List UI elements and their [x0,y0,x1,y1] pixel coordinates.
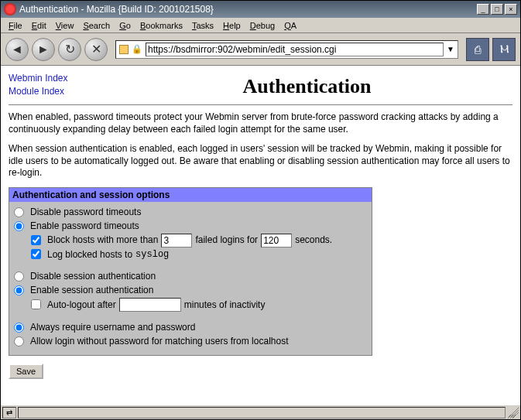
label-enable-session-auth: Enable session authentication [30,284,153,297]
link-module-index[interactable]: Module Index [9,85,101,98]
checkbox-auto-logout[interactable] [31,299,41,309]
lock-icon: 🔒 [132,44,142,54]
options-box: Authentication and session options Disab… [9,187,372,356]
radio-enable-password-timeouts[interactable] [14,221,24,231]
label-always-require: Always require username and password [30,321,195,334]
print-button[interactable]: ⎙ [466,38,489,61]
bookmark-icon[interactable] [119,45,129,54]
label-disable-password-timeouts: Disable password timeouts [30,206,141,219]
menu-go[interactable]: Go [115,19,135,32]
menu-tasks[interactable]: Tasks [187,19,218,32]
label-disable-session-auth: Disable session authentication [30,270,156,283]
status-text [18,407,506,418]
url-input[interactable] [146,43,444,56]
intro-paragraph-1: When enabled, password timeouts protect … [9,111,512,135]
radio-enable-session-auth[interactable] [14,285,24,295]
resize-grip[interactable] [507,407,519,418]
intro-paragraph-2: When session authentication is enabled, … [9,143,512,179]
back-button[interactable]: ◄ [5,38,29,61]
back-arrow-icon: ◄ [11,43,23,56]
menu-bar: File Edit View Search Go Bookmarks Tasks… [1,18,520,33]
reload-button[interactable]: ↻ [58,38,81,61]
input-auto-logout-minutes[interactable] [119,298,181,312]
maximize-button[interactable]: □ [491,4,503,15]
input-block-seconds[interactable] [261,234,292,248]
menu-edit[interactable]: Edit [27,19,51,32]
toolbar: ◄ ► ↻ ✕ 🔒 ▼ ⎙ Ⲙ [1,33,520,66]
page-content: Webmin Index Module Index Authentication… [1,66,520,405]
stop-button[interactable]: ✕ [84,38,108,61]
status-offline-icon[interactable]: ⇄ [2,407,16,418]
radio-always-require[interactable] [14,323,24,333]
print-icon: ⎙ [475,43,481,56]
menu-bookmarks[interactable]: Bookmarks [135,19,187,32]
status-bar: ⇄ [1,405,520,419]
close-button[interactable]: × [505,4,517,15]
reload-icon: ↻ [65,42,75,56]
divider [9,104,512,105]
menu-file[interactable]: File [4,19,27,32]
label-syslog: syslog [135,248,169,261]
input-block-tries[interactable] [161,234,192,248]
stop-icon: ✕ [91,42,101,56]
menu-search[interactable]: Search [78,19,115,32]
menu-help[interactable]: Help [218,19,245,32]
radio-disable-password-timeouts[interactable] [14,207,24,217]
label-log-blocked: Log blocked hosts to [47,248,132,261]
nav-links: Webmin Index Module Index [9,72,101,98]
url-bar[interactable]: 🔒 ▼ [115,40,458,59]
app-icon [4,3,16,15]
mozilla-throbber[interactable]: Ⲙ [492,38,516,61]
label-auto-logout-prefix: Auto-logout after [47,299,116,312]
menu-qa[interactable]: QA [279,19,301,32]
options-header: Authentication and session options [9,188,372,202]
save-button[interactable]: Save [9,364,43,379]
label-auto-logout-suffix: minutes of inactivity [184,299,266,312]
window-title: Authentication - Mozilla {Build ID: 2001… [19,4,477,15]
minimize-button[interactable]: _ [477,4,489,15]
radio-allow-localhost[interactable] [14,336,24,347]
label-block-mid: failed logins for [195,234,258,247]
url-dropdown-icon[interactable]: ▼ [447,45,454,53]
checkbox-block-hosts[interactable] [31,235,41,245]
forward-arrow-icon: ► [37,43,50,56]
label-allow-localhost: Allow login without password for matchin… [30,335,288,348]
menu-view[interactable]: View [51,19,79,32]
forward-button[interactable]: ► [32,38,55,61]
label-block-prefix: Block hosts with more than [47,234,158,247]
mozilla-icon: Ⲙ [500,43,509,56]
menu-debug[interactable]: Debug [245,19,279,32]
label-block-suffix: seconds. [295,234,332,247]
label-enable-password-timeouts: Enable password timeouts [30,220,139,233]
page-title: Authentication [101,75,512,98]
link-webmin-index[interactable]: Webmin Index [9,72,101,85]
radio-disable-session-auth[interactable] [14,271,24,282]
window-titlebar: Authentication - Mozilla {Build ID: 2001… [1,1,520,18]
checkbox-log-blocked[interactable] [31,249,41,259]
